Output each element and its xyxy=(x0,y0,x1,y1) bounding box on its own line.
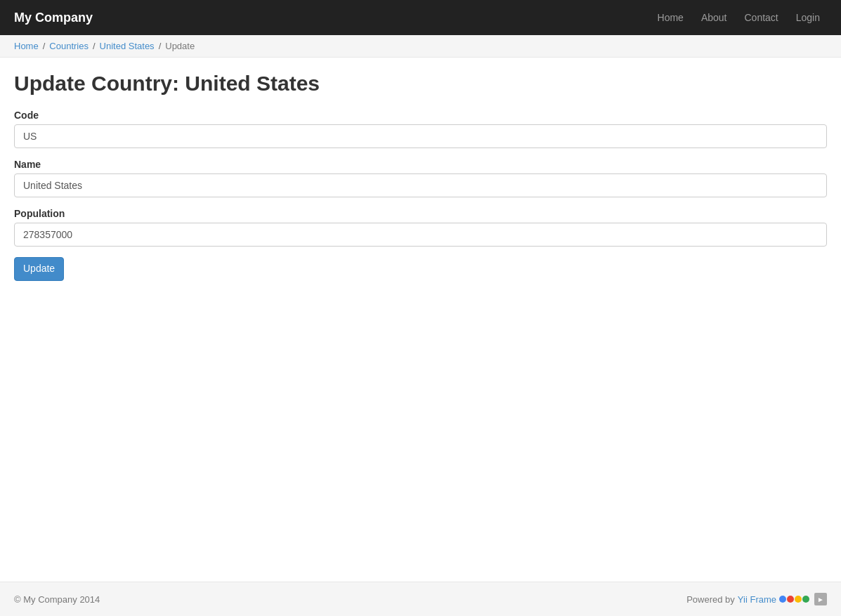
nav-link-about[interactable]: About xyxy=(694,0,734,35)
name-input[interactable] xyxy=(14,173,827,197)
name-label: Name xyxy=(14,159,827,170)
footer-powered: Powered by Yii Frame ► xyxy=(686,593,827,605)
breadcrumb-label-update: Update xyxy=(165,41,195,51)
breadcrumb-item-home: Home xyxy=(14,41,39,51)
form-group-code: Code xyxy=(14,110,827,148)
breadcrumb-item-update: Update xyxy=(155,41,195,51)
brand-link[interactable]: My Company xyxy=(14,11,93,25)
nav-link-login[interactable]: Login xyxy=(789,0,827,35)
nav-item-home: Home xyxy=(651,0,691,35)
main-content: Update Country: United States Code Name … xyxy=(0,58,841,582)
page-title: Update Country: United States xyxy=(14,72,827,96)
scroll-indicator-icon[interactable]: ► xyxy=(814,593,827,605)
population-label: Population xyxy=(14,208,827,219)
footer-copyright: © My Company 2014 xyxy=(14,594,100,605)
footer: © My Company 2014 Powered by Yii Frame ► xyxy=(0,582,841,616)
yii-logo-icon xyxy=(779,596,809,603)
nav-item-contact: Contact xyxy=(737,0,785,35)
nav-item-about: About xyxy=(694,0,734,35)
yii-logo-blue xyxy=(779,596,786,603)
yii-logo-green xyxy=(802,596,809,603)
nav-link-contact[interactable]: Contact xyxy=(737,0,785,35)
breadcrumb-link-countries[interactable]: Countries xyxy=(49,41,89,51)
yii-logo-yellow xyxy=(795,596,802,603)
nav-links: Home About Contact Login xyxy=(651,0,827,35)
breadcrumb-link-united-states[interactable]: United States xyxy=(100,41,155,51)
nav-link-home[interactable]: Home xyxy=(651,0,691,35)
navbar: My Company Home About Contact Login xyxy=(0,0,841,35)
nav-item-login: Login xyxy=(789,0,827,35)
update-button[interactable]: Update xyxy=(14,257,64,281)
footer-powered-text: Powered by xyxy=(686,594,735,605)
code-input[interactable] xyxy=(14,124,827,148)
yii-logo-red xyxy=(787,596,794,603)
breadcrumb: Home Countries United States Update xyxy=(14,41,827,51)
breadcrumb-link-home[interactable]: Home xyxy=(14,41,39,51)
population-input[interactable] xyxy=(14,223,827,247)
code-label: Code xyxy=(14,110,827,121)
breadcrumb-item-united-states: United States xyxy=(89,41,155,51)
footer-yii-link[interactable]: Yii Frame xyxy=(738,594,776,605)
breadcrumb-bar: Home Countries United States Update xyxy=(0,35,841,58)
update-form: Code Name Population Update xyxy=(14,110,827,281)
form-group-population: Population xyxy=(14,208,827,247)
form-group-name: Name xyxy=(14,159,827,197)
breadcrumb-item-countries: Countries xyxy=(39,41,89,51)
